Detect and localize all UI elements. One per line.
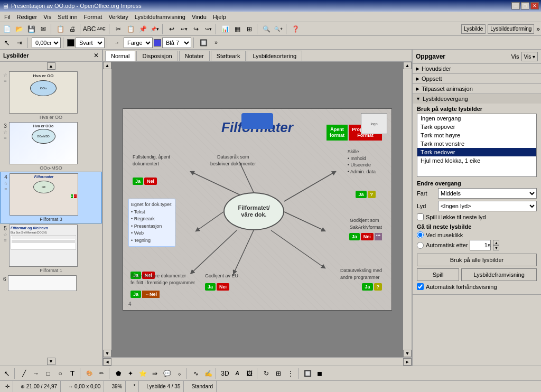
slides-scroll-down[interactable]: ▼	[47, 358, 55, 365]
fart-select[interactable]: Middels Sakte Rask	[438, 188, 537, 199]
menu-sett-inn[interactable]: Sett inn	[54, 13, 80, 21]
slide-item-2[interactable]: ☆ ≡ Hva er OO OOo Hva er OO	[0, 70, 102, 121]
time-down-button[interactable]: ▼	[493, 245, 499, 250]
shadow-button[interactable]: 🔲	[198, 37, 209, 49]
draw-polygon[interactable]: ⬟	[113, 368, 124, 379]
slide-item-5[interactable]: 5 ☆ ≡ Filformat og filelnavn Eks Sun Xml…	[0, 223, 102, 274]
slide-2-thumb[interactable]: Hva er OO OOo	[9, 71, 78, 114]
draw-flowchart[interactable]: ⬦	[173, 368, 185, 379]
section-hovudsider-header[interactable]: ▶ Hovudsider	[413, 64, 541, 73]
undo-list-button[interactable]: ↩▾	[178, 23, 190, 35]
paste-special-button[interactable]: 📌▾	[149, 23, 161, 35]
slides-scroll-up[interactable]: ▲	[47, 62, 55, 70]
draw-curve[interactable]: ∿	[190, 368, 202, 379]
slide-6-thumb[interactable]	[8, 275, 77, 291]
redo-button[interactable]: ↪	[190, 23, 202, 35]
copy-button[interactable]: 📋	[125, 23, 136, 35]
spellcheck2-button[interactable]: ABC̲	[96, 23, 107, 35]
auto-time-input[interactable]	[470, 240, 491, 250]
menu-format[interactable]: Format	[81, 13, 106, 21]
undo-button[interactable]: ↩	[166, 23, 178, 35]
zoom-out-button[interactable]: 🔍	[260, 23, 272, 35]
position-select[interactable]: 0,00cm	[32, 38, 61, 48]
open-button[interactable]: 📂	[13, 23, 25, 35]
draw-shapes[interactable]: ✦	[125, 368, 136, 379]
menu-verktoy[interactable]: Verktøy	[105, 13, 131, 21]
draw-color-line[interactable]: ✏	[96, 368, 107, 379]
section-oppsett-header[interactable]: ▶ Oppsett	[413, 74, 541, 83]
draw-distribute[interactable]: ⋮	[285, 368, 296, 379]
email-button[interactable]: ✉	[38, 23, 49, 35]
new-button[interactable]: 📄	[1, 23, 13, 35]
zoom-in-button[interactable]: 🔍+	[273, 23, 284, 35]
transition-tork-ned[interactable]: Tørk nedover	[417, 148, 536, 156]
menu-hjelp[interactable]: Hjelp	[210, 13, 229, 21]
radio-automatisk[interactable]	[417, 242, 424, 249]
slide-3-thumb[interactable]: Hva er OOo OOo MSO	[9, 122, 78, 164]
auto-preview-checkbox[interactable]	[417, 283, 424, 290]
draw-insert-img[interactable]: 🖼	[244, 368, 255, 379]
redo-list-button[interactable]: ↪▾	[202, 23, 214, 35]
tab-normal[interactable]: Normal	[105, 51, 135, 61]
slide-4-thumb[interactable]: Filformater Filf. Å P	[10, 173, 78, 216]
fill-color-select[interactable]: Blå 7	[162, 38, 191, 48]
editor-scrollbar-v-left[interactable]: ▲ ▼	[103, 62, 111, 357]
show-button[interactable]: Lysbildeframvisning	[461, 268, 537, 281]
chart-button[interactable]: 📊	[219, 23, 231, 35]
maximize-button[interactable]: □	[521, 2, 529, 10]
expand2-button[interactable]: »	[210, 37, 222, 49]
slide-item-3[interactable]: 3 ☆ ≡ Hva er OOo OOo MSO OOo-MSO	[0, 121, 102, 172]
lysbilde-tab[interactable]: Lysbilde	[461, 24, 486, 34]
slide-editor[interactable]: ▲ ▼ Filformater Åpentformat ProprietæreF…	[103, 62, 412, 357]
vis-button[interactable]: Vis ▾	[521, 52, 538, 61]
color-select[interactable]: Svart	[76, 38, 105, 48]
menu-vindu[interactable]: Vindu	[189, 13, 210, 21]
play-button[interactable]: Spill	[417, 268, 459, 281]
editor-scrollbar-v-right[interactable]: ▲ ▼	[403, 62, 412, 357]
section-animasjon-header[interactable]: ▶ Tilpasset animasjon	[413, 84, 541, 94]
transition-list[interactable]: Ingen overgang Tørk oppover Tørk mot høy…	[417, 114, 537, 177]
table-button[interactable]: ▦	[231, 23, 243, 35]
cursor-button[interactable]: ↖	[1, 37, 13, 49]
toolbar-expand[interactable]: »	[536, 25, 540, 33]
draw-text[interactable]: T	[67, 368, 78, 379]
draw-color-fill[interactable]: 🎨	[83, 368, 95, 379]
scroll-down-left[interactable]: ▼	[103, 350, 111, 357]
minimize-button[interactable]: –	[511, 2, 520, 10]
draw-select[interactable]: ↖	[1, 368, 13, 379]
draw-line[interactable]: ╱	[18, 368, 30, 379]
tab-disposisjon[interactable]: Disposisjon	[136, 51, 178, 61]
fill-arrow[interactable]: →	[111, 37, 123, 49]
apply-all-button[interactable]: Bruk på alle lysbilder	[417, 254, 537, 266]
draw-shadow[interactable]: 🔲	[302, 368, 313, 379]
menu-fil[interactable]: Fil	[1, 13, 14, 21]
scroll-left[interactable]: ◄	[103, 358, 111, 366]
paste-button[interactable]: 📌	[137, 23, 148, 35]
transition-ingen[interactable]: Ingen overgang	[417, 114, 536, 123]
section-overgang-header[interactable]: ▼ Lysbildeovergang	[413, 94, 541, 104]
draw-arrows-set[interactable]: ⇒	[149, 368, 161, 379]
scroll-right[interactable]: ►	[403, 358, 412, 366]
slide-item-6[interactable]: 6	[0, 274, 102, 292]
draw-3d[interactable]: 3D	[219, 368, 231, 379]
time-up-button[interactable]: ▲	[493, 240, 499, 245]
menu-framvisning[interactable]: Lysbildeframvisning	[132, 13, 189, 21]
editor-scrollbar-h[interactable]: ◄ ►	[103, 357, 412, 366]
draw-stars[interactable]: ⭐	[137, 368, 148, 379]
fill-select[interactable]: Farge	[124, 38, 153, 48]
scroll-up-left[interactable]: ▲	[103, 62, 111, 69]
save-button[interactable]: 💾	[25, 23, 37, 35]
tab-notater[interactable]: Notater	[179, 51, 210, 61]
radio-museklikk[interactable]	[417, 231, 424, 238]
slide-5-thumb[interactable]: Filformat og filelnavn Eks Sun Xml filfo…	[9, 225, 78, 267]
draw-3d-on[interactable]: ◼	[314, 368, 325, 379]
transition-tork-hoyre[interactable]: Tørk mot høyre	[417, 131, 536, 139]
help-button[interactable]: ❓	[290, 23, 301, 35]
transition-tork-venstre[interactable]: Tørk mot venstre	[417, 139, 536, 148]
tab-stotteark[interactable]: Støtteark	[211, 51, 246, 61]
cut-button[interactable]: ✂	[113, 23, 124, 35]
draw-arrow[interactable]: →	[30, 368, 42, 379]
transition-tork-opp[interactable]: Tørk oppover	[417, 123, 536, 131]
loop-checkbox[interactable]	[417, 213, 424, 220]
draw-rect[interactable]: □	[42, 368, 54, 379]
